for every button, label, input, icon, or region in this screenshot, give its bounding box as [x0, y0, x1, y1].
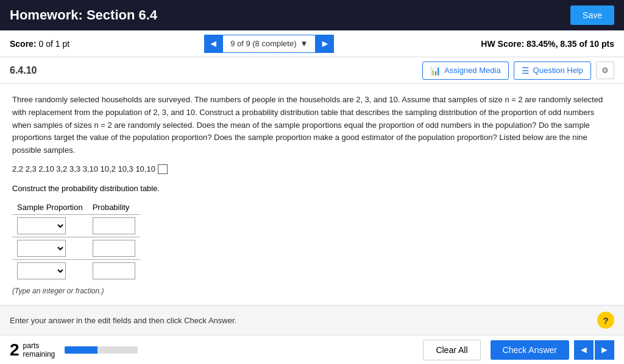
input-cell-1	[88, 214, 140, 237]
nav-next-button[interactable]: ►	[316, 35, 334, 53]
nav-dropdown-icon: ▼	[300, 39, 308, 48]
score-value: 0 of 1 pt	[39, 39, 70, 49]
col2-header: Probability	[88, 200, 140, 215]
fraction-hint: (Type an integer or fraction.)	[12, 287, 612, 295]
table-row: 0 1/2 1	[12, 237, 140, 259]
parts-remaining-section: 2 parts remaining	[10, 341, 55, 359]
copy-icon[interactable]	[158, 164, 168, 174]
probability-input-3[interactable]	[93, 262, 135, 279]
header-buttons: 📊 Assigned Media ☰ Question Help ⚙	[422, 61, 614, 80]
nav-progress-text: 9 of 9 (8 complete)	[230, 39, 296, 48]
bottom-instruction-bar: Enter your answer in the edit fields and…	[0, 305, 624, 335]
footer-nav-prev-button[interactable]: ◄	[574, 340, 594, 360]
assigned-media-label: Assigned Media	[444, 66, 501, 75]
col1-header: Sample Proportion	[12, 200, 88, 215]
input-cell-3	[88, 259, 140, 282]
help-button[interactable]: ?	[597, 312, 614, 329]
question-number: 6.4.10	[10, 65, 37, 76]
probability-table: Sample Proportion Probability 0 1/2 1	[12, 200, 140, 282]
table-instruction: Construct the probability distribution t…	[12, 184, 612, 193]
sample-proportion-dropdown-1[interactable]: 0 1/2 1	[17, 217, 66, 234]
score-label: Score:	[10, 39, 37, 49]
probability-input-2[interactable]	[93, 240, 135, 257]
question-header: 6.4.10 📊 Assigned Media ☰ Question Help …	[0, 57, 624, 84]
parts-labels: parts remaining	[23, 341, 55, 359]
table-section: Construct the probability distribution t…	[12, 184, 612, 295]
nav-prev-button[interactable]: ◄	[204, 35, 222, 53]
samples-line: 2,2 2,3 2,10 3,2 3,3 3,10 10,2 10,3 10,1…	[12, 164, 612, 174]
input-cell-2	[88, 237, 140, 259]
check-answer-button[interactable]: Check Answer	[491, 340, 569, 360]
parts-label2: remaining	[23, 350, 55, 359]
assigned-media-button[interactable]: 📊 Assigned Media	[422, 61, 509, 80]
footer-nav-next-button[interactable]: ►	[595, 340, 614, 360]
question-help-label: Question Help	[533, 66, 583, 75]
settings-button[interactable]: ⚙	[596, 61, 614, 79]
score-bar: Score: 0 of 1 pt ◄ 9 of 9 (8 complete) ▼…	[0, 30, 624, 57]
list-icon: ☰	[522, 66, 530, 75]
table-row: 0 1/2 1	[12, 214, 140, 237]
app-header: Homework: Section 6.4 Save	[0, 0, 624, 30]
hw-score-value: 83.45%, 8.35 of 10 pts	[526, 39, 614, 49]
media-icon: 📊	[430, 66, 441, 75]
parts-label1: parts	[23, 341, 55, 350]
samples-text: 2,2 2,3 2,10 3,2 3,3 3,10 10,2 10,3 10,1…	[12, 164, 155, 173]
problem-text: Three randomly selected households are s…	[12, 94, 612, 157]
nav-controls: ◄ 9 of 9 (8 complete) ▼ ►	[204, 35, 334, 53]
sample-proportion-dropdown-3[interactable]: 0 1/2 1	[17, 262, 66, 279]
hw-score-label: HW Score:	[481, 39, 524, 49]
nav-progress-dropdown[interactable]: 9 of 9 (8 complete) ▼	[222, 35, 316, 53]
dropdown-cell-1: 0 1/2 1	[12, 214, 88, 237]
dropdown-cell-2: 0 1/2 1	[12, 237, 88, 259]
question-help-button[interactable]: ☰ Question Help	[514, 61, 591, 80]
probability-input-1[interactable]	[93, 217, 135, 234]
hw-score: HW Score: 83.45%, 8.35 of 10 pts	[481, 39, 614, 49]
progress-bar	[65, 346, 138, 354]
sample-proportion-dropdown-2[interactable]: 0 1/2 1	[17, 240, 66, 257]
parts-number: 2	[10, 341, 20, 359]
instruction-text: Enter your answer in the edit fields and…	[10, 316, 236, 325]
dropdown-cell-3: 0 1/2 1	[12, 259, 88, 282]
footer: 2 parts remaining Clear All Check Answer…	[0, 335, 624, 364]
progress-bar-fill	[65, 346, 98, 354]
page-title: Homework: Section 6.4	[10, 7, 157, 23]
clear-all-button[interactable]: Clear All	[423, 340, 480, 360]
table-row: 0 1/2 1	[12, 259, 140, 282]
save-button[interactable]: Save	[570, 5, 614, 25]
